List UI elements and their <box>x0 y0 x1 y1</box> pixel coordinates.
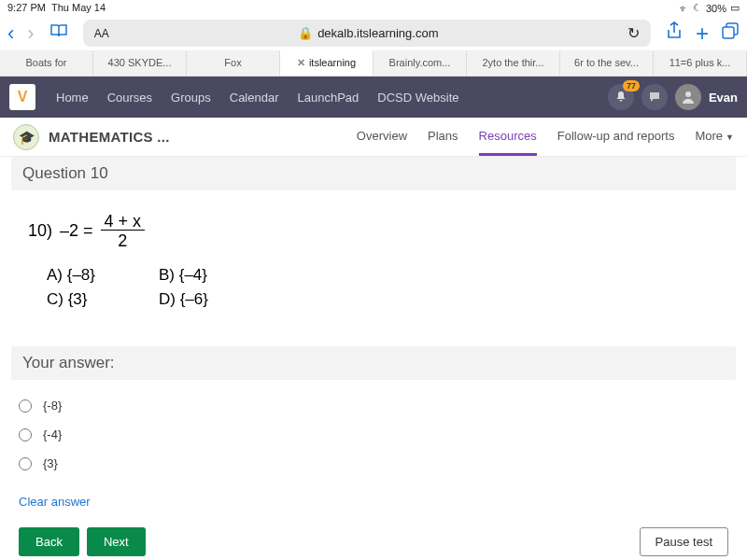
app-main-nav: V HomeCoursesGroupsCalendarLaunchPadDCSD… <box>0 77 747 118</box>
ios-status-bar: 9:27 PM Thu May 14 ᯤ ☾ 30% ▭ <box>0 0 747 16</box>
moon-icon: ☾ <box>693 2 702 14</box>
answer-radio[interactable] <box>19 457 32 470</box>
user-avatar[interactable] <box>675 84 701 110</box>
course-sub-nav: 🎓 MATHEMATICS ... OverviewPlansResources… <box>0 118 747 157</box>
url-bar[interactable]: AA 🔒dekalb.itslearning.com ↻ <box>83 20 651 47</box>
lock-icon: 🔒 <box>298 26 313 40</box>
equation-lhs: –2 = <box>60 221 93 241</box>
nav-courses[interactable]: Courses <box>98 91 162 105</box>
browser-tab[interactable]: Fox <box>187 50 280 76</box>
app-logo[interactable]: V <box>9 84 35 110</box>
close-tab-icon[interactable]: ✕ <box>297 57 305 68</box>
nav-calendar[interactable]: Calendar <box>220 91 289 105</box>
status-time: 9:27 PM <box>7 2 46 14</box>
browser-tab[interactable]: Boats for <box>0 50 93 76</box>
notification-badge: 77 <box>623 80 640 91</box>
pause-test-button[interactable]: Pause test <box>640 527 728 556</box>
answer-option[interactable]: {-4} <box>19 420 728 449</box>
question-body: 10) –2 = 4 + x 2 A) {–8} B) {–4} C) {3} … <box>11 190 736 346</box>
status-date: Thu May 14 <box>51 2 106 14</box>
browser-tab[interactable]: 6r to the sev... <box>560 50 654 76</box>
chevron-down-icon: ▼ <box>726 133 734 142</box>
nav-dcsd website[interactable]: DCSD Website <box>368 91 468 105</box>
denominator: 2 <box>118 231 127 249</box>
battery-icon: ▭ <box>730 2 740 14</box>
answer-radio[interactable] <box>19 399 32 413</box>
safari-toolbar: ‹ › AA 🔒dekalb.itslearning.com ↻ + <box>0 16 747 50</box>
back-button-test[interactable]: Back <box>19 527 79 556</box>
subtab-more[interactable]: More▼ <box>695 119 734 156</box>
new-tab-icon[interactable]: + <box>696 21 709 47</box>
nav-home[interactable]: Home <box>47 91 98 105</box>
nav-groups[interactable]: Groups <box>162 91 220 105</box>
choice-a: A) {–8} <box>47 266 159 285</box>
course-title[interactable]: MATHEMATICS ... <box>49 129 170 145</box>
subtab-follow-up[interactable]: Follow-up and reports <box>557 119 675 156</box>
svg-point-2 <box>685 91 691 97</box>
next-button[interactable]: Next <box>87 527 146 556</box>
user-name[interactable]: Evan <box>709 91 738 105</box>
answer-option[interactable]: {-8} <box>19 391 728 420</box>
messages-button[interactable] <box>641 84 668 110</box>
bookmarks-icon[interactable] <box>49 23 68 43</box>
battery-pct: 30% <box>706 3 726 14</box>
choice-c: C) {3} <box>47 290 159 309</box>
reload-button[interactable]: ↻ <box>627 24 640 42</box>
back-button[interactable]: ‹ <box>7 21 14 46</box>
fraction: 4 + x 2 <box>101 213 146 249</box>
numerator: 4 + x <box>101 213 146 231</box>
answer-header: Your answer: <box>11 346 736 380</box>
subtab-resources[interactable]: Resources <box>479 119 537 156</box>
url-text: dekalb.itslearning.com <box>317 26 438 40</box>
answer-radio[interactable] <box>19 428 32 441</box>
browser-tab[interactable]: Brainly.com... <box>374 50 467 76</box>
question-number: 10) <box>28 221 52 241</box>
choice-d: D) {–6} <box>159 290 271 309</box>
browser-tab[interactable]: ✕itslearning <box>280 50 374 76</box>
browser-tab[interactable]: 2yto the thir... <box>467 50 560 76</box>
course-icon: 🎓 <box>13 124 39 150</box>
clear-answer-link[interactable]: Clear answer <box>11 489 736 514</box>
choice-b: B) {–4} <box>159 266 271 285</box>
nav-launchpad[interactable]: LaunchPad <box>289 91 369 105</box>
tabs-icon[interactable] <box>722 22 740 45</box>
share-icon[interactable] <box>666 21 683 45</box>
subtab-plans[interactable]: Plans <box>428 119 458 156</box>
tab-strip: Boats for430 SKYDE...Fox✕itslearningBrai… <box>0 50 747 77</box>
forward-button[interactable]: › <box>27 21 34 46</box>
text-size-button[interactable]: AA <box>94 27 109 40</box>
option-label: {-4} <box>43 427 62 441</box>
browser-tab[interactable]: 11=6 plus k... <box>654 50 747 76</box>
option-label: {3} <box>43 456 58 470</box>
answer-option[interactable]: {3} <box>19 449 728 478</box>
option-label: {-8} <box>43 399 62 413</box>
wifi-icon: ᯤ <box>679 3 689 14</box>
question-header: Question 10 <box>11 157 736 190</box>
svg-rect-1 <box>723 27 734 38</box>
notifications-button[interactable]: 77 <box>608 84 634 110</box>
subtab-overview[interactable]: Overview <box>357 119 407 156</box>
browser-tab[interactable]: 430 SKYDE... <box>93 50 187 76</box>
